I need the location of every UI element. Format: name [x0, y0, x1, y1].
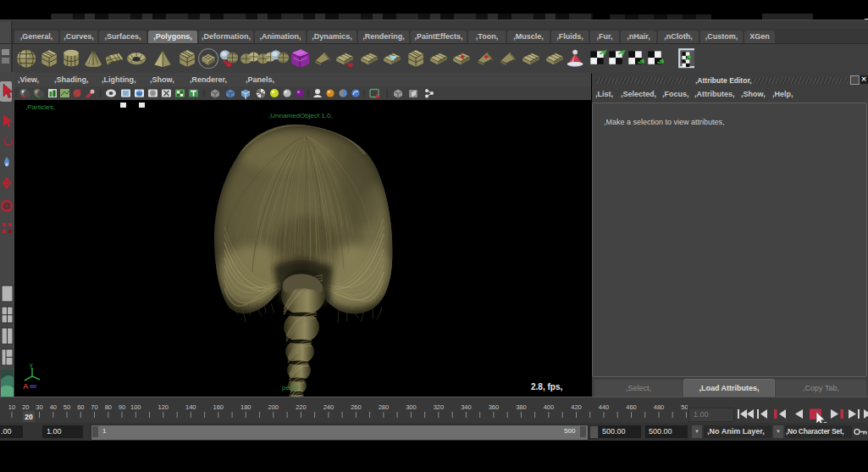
svg-text:90: 90 — [119, 403, 125, 411]
svg-text:260: 260 — [351, 403, 362, 411]
svg-text:400: 400 — [544, 403, 555, 411]
svg-text:20: 20 — [22, 403, 29, 411]
svg-text:500: 500 — [681, 403, 688, 411]
svg-text:160: 160 — [213, 403, 224, 411]
svg-text:280: 280 — [379, 403, 390, 411]
svg-text:20: 20 — [25, 413, 33, 421]
svg-text:360: 360 — [489, 403, 500, 411]
svg-text:30: 30 — [36, 403, 42, 411]
svg-text:180: 180 — [240, 403, 252, 411]
svg-text:200: 200 — [268, 403, 279, 411]
svg-text:340: 340 — [461, 403, 472, 411]
svg-text:120: 120 — [158, 403, 169, 411]
svg-text:y: y — [30, 362, 33, 369]
svg-text:140: 140 — [185, 403, 196, 411]
svg-text:220: 220 — [296, 403, 307, 411]
svg-text:480: 480 — [654, 403, 665, 411]
svg-text:80: 80 — [105, 403, 112, 411]
svg-text:70: 70 — [91, 403, 97, 411]
svg-text:100: 100 — [130, 403, 141, 411]
svg-text:440: 440 — [599, 403, 610, 411]
svg-text:300: 300 — [406, 403, 417, 411]
svg-text:A: A — [23, 382, 29, 391]
svg-text:420: 420 — [571, 403, 582, 411]
svg-text:460: 460 — [626, 403, 637, 411]
svg-text:40: 40 — [50, 403, 57, 411]
svg-text:50: 50 — [64, 403, 70, 411]
svg-text:380: 380 — [516, 403, 527, 411]
svg-text:60: 60 — [77, 403, 84, 411]
svg-text:320: 320 — [434, 403, 445, 411]
svg-text:10: 10 — [8, 403, 15, 411]
svg-text:240: 240 — [323, 403, 334, 411]
